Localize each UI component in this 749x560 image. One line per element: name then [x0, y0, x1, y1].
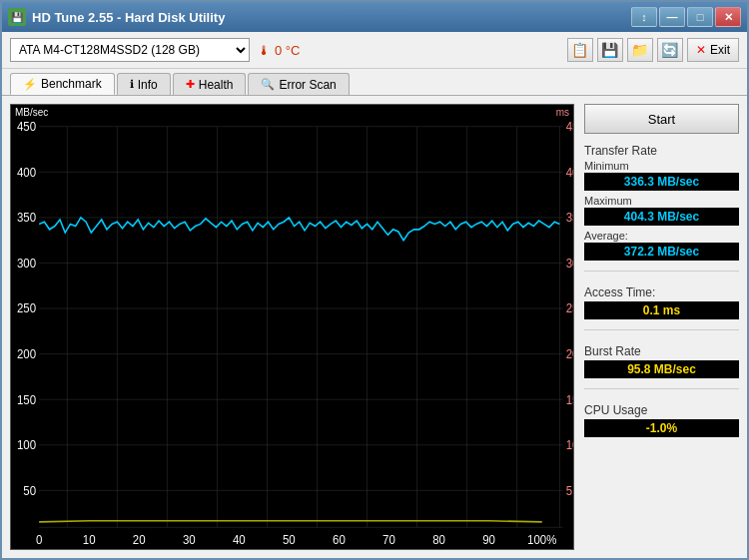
- svg-text:80: 80: [432, 532, 445, 545]
- svg-text:200: 200: [17, 347, 37, 360]
- refresh-icon-btn[interactable]: 🔄: [657, 38, 683, 62]
- toolbar: ATA M4-CT128M4SSD2 (128 GB) 🌡 0 °C 📋 💾 📁…: [2, 32, 747, 69]
- average-value: 372.2 MB/sec: [584, 243, 739, 261]
- svg-text:50: 50: [283, 532, 296, 545]
- maximum-label: Maximum: [584, 195, 739, 207]
- temperature-display: 🌡 0 °C: [258, 43, 300, 58]
- svg-text:40: 40: [233, 532, 246, 545]
- window-controls: ↕ — □ ✕: [631, 7, 741, 27]
- svg-text:70: 70: [382, 532, 395, 545]
- divider-1: [584, 271, 739, 272]
- folder-icon-btn[interactable]: 📁: [627, 38, 653, 62]
- svg-text:20: 20: [566, 347, 573, 360]
- health-tab-label: Health: [199, 78, 234, 92]
- transfer-rate-label: Transfer Rate: [584, 144, 739, 158]
- window-title: HD Tune 2.55 - Hard Disk Utility: [32, 10, 625, 25]
- chart-y-unit-left: MB/sec: [15, 107, 48, 118]
- restore-button[interactable]: ↕: [631, 7, 657, 27]
- svg-text:300: 300: [17, 257, 37, 270]
- main-content: MB/sec ms: [2, 95, 747, 558]
- access-time-section: Access Time: 0.1 ms: [584, 285, 739, 319]
- cpu-usage-value: -1.0%: [584, 419, 739, 437]
- health-tab-icon: ✚: [186, 78, 195, 91]
- average-label: Average:: [584, 230, 739, 242]
- toolbar-icon-group: 📋 💾 📁 🔄 ✕ Exit: [567, 38, 739, 62]
- chart-y-unit-right: ms: [556, 107, 569, 118]
- svg-text:100%: 100%: [527, 532, 556, 545]
- title-bar: 💾 HD Tune 2.55 - Hard Disk Utility ↕ — □…: [2, 2, 747, 32]
- svg-text:450: 450: [17, 120, 37, 133]
- svg-text:20: 20: [133, 532, 146, 545]
- info-tab-icon: ℹ: [130, 78, 134, 91]
- exit-label: Exit: [710, 43, 730, 57]
- svg-text:5: 5: [566, 484, 573, 497]
- close-button[interactable]: ✕: [715, 7, 741, 27]
- maximum-value: 404.3 MB/sec: [584, 208, 739, 226]
- burst-rate-label: Burst Rate: [584, 344, 739, 358]
- svg-text:400: 400: [17, 165, 37, 178]
- main-window: 💾 HD Tune 2.55 - Hard Disk Utility ↕ — □…: [0, 0, 749, 560]
- svg-text:0: 0: [36, 532, 43, 545]
- burst-rate-section: Burst Rate 95.8 MB/sec: [584, 344, 739, 378]
- svg-text:350: 350: [17, 211, 37, 224]
- svg-text:150: 150: [17, 392, 37, 405]
- access-time-value: 0.1 ms: [584, 301, 739, 319]
- maximize-button[interactable]: □: [687, 7, 713, 27]
- svg-text:35: 35: [566, 211, 573, 224]
- side-panel: Start Transfer Rate Minimum 336.3 MB/sec…: [584, 104, 739, 550]
- tab-bar: ⚡ Benchmark ℹ Info ✚ Health 🔍 Error Scan: [2, 69, 747, 95]
- svg-text:30: 30: [183, 532, 196, 545]
- svg-text:50: 50: [23, 484, 36, 497]
- minimum-label: Minimum: [584, 160, 739, 172]
- tab-info[interactable]: ℹ Info: [117, 73, 171, 95]
- disk-selector[interactable]: ATA M4-CT128M4SSD2 (128 GB): [10, 38, 250, 62]
- burst-rate-value: 95.8 MB/sec: [584, 360, 739, 378]
- save-icon-btn[interactable]: 💾: [597, 38, 623, 62]
- tab-health[interactable]: ✚ Health: [173, 73, 247, 95]
- benchmark-tab-icon: ⚡: [23, 78, 37, 91]
- svg-text:15: 15: [566, 392, 573, 405]
- minimum-value: 336.3 MB/sec: [584, 173, 739, 191]
- temperature-value: 0 °C: [275, 43, 300, 58]
- start-button[interactable]: Start: [584, 104, 739, 134]
- svg-text:40: 40: [566, 165, 573, 178]
- divider-3: [584, 388, 739, 389]
- benchmark-tab-label: Benchmark: [41, 77, 102, 91]
- svg-text:10: 10: [83, 532, 96, 545]
- svg-text:10: 10: [566, 438, 573, 451]
- svg-text:45: 45: [566, 120, 573, 133]
- chart-svg: 450 400 350 300 250 200 150 100 50 45 40…: [11, 105, 573, 549]
- benchmark-chart: MB/sec ms: [10, 104, 574, 550]
- info-tab-label: Info: [138, 78, 158, 92]
- thermometer-icon: 🌡: [258, 43, 271, 58]
- svg-text:60: 60: [333, 532, 346, 545]
- access-time-label: Access Time:: [584, 285, 739, 299]
- svg-rect-0: [11, 105, 573, 549]
- svg-text:100: 100: [17, 438, 37, 451]
- x-icon: ✕: [696, 43, 706, 57]
- errorscan-tab-label: Error Scan: [279, 78, 336, 92]
- copy-icon-btn[interactable]: 📋: [567, 38, 593, 62]
- tab-benchmark[interactable]: ⚡ Benchmark: [10, 73, 115, 95]
- errorscan-tab-icon: 🔍: [261, 78, 275, 91]
- app-icon: 💾: [8, 8, 26, 26]
- svg-text:250: 250: [17, 301, 37, 314]
- svg-text:30: 30: [566, 257, 573, 270]
- svg-text:25: 25: [566, 301, 573, 314]
- cpu-usage-label: CPU Usage: [584, 403, 739, 417]
- minimize-button[interactable]: —: [659, 7, 685, 27]
- exit-button[interactable]: ✕ Exit: [687, 38, 739, 62]
- tab-errorscan[interactable]: 🔍 Error Scan: [248, 73, 349, 95]
- cpu-usage-section: CPU Usage -1.0%: [584, 403, 739, 437]
- svg-text:90: 90: [482, 532, 495, 545]
- transfer-rate-section: Transfer Rate Minimum 336.3 MB/sec Maxim…: [584, 144, 739, 261]
- divider-2: [584, 329, 739, 330]
